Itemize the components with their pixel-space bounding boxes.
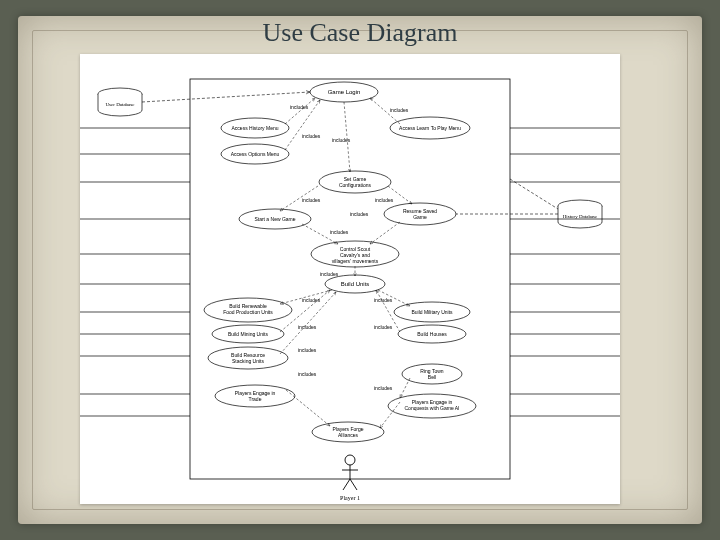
svg-line-91: [400, 378, 410, 398]
svg-line-82: [370, 222, 400, 244]
svg-text:includes: includes: [330, 229, 349, 235]
svg-text:includes: includes: [298, 371, 317, 377]
history-database-icon: History Database: [558, 200, 602, 228]
svg-text:Access Learn To Play Menu: Access Learn To Play Menu: [399, 125, 461, 131]
svg-text:Bell: Bell: [428, 374, 436, 380]
svg-text:includes: includes: [332, 137, 351, 143]
svg-text:Alliances: Alliances: [338, 432, 359, 438]
actor-label: Player 1: [340, 495, 360, 501]
svg-text:includes: includes: [350, 211, 369, 217]
svg-text:Access History Menu: Access History Menu: [232, 125, 279, 131]
svg-text:Configurations: Configurations: [339, 182, 372, 188]
svg-line-75: [285, 98, 315, 124]
svg-text:Food Production Units: Food Production Units: [223, 309, 273, 315]
svg-text:includes: includes: [298, 324, 317, 330]
svg-text:Access Options Menu: Access Options Menu: [231, 151, 280, 157]
svg-text:includes: includes: [290, 104, 309, 110]
svg-point-108: [345, 455, 355, 465]
svg-line-112: [350, 479, 357, 490]
use-case-ovals: Game Login Access History Menu Access Le…: [204, 82, 476, 442]
svg-line-6: [510, 179, 558, 209]
svg-text:Build Mining Units: Build Mining Units: [228, 331, 269, 337]
svg-text:includes: includes: [298, 347, 317, 353]
actor-icon: [342, 455, 358, 490]
svg-text:History
Database: History Database: [563, 214, 598, 219]
svg-text:Build Houses: Build Houses: [417, 331, 447, 337]
svg-text:Game: Game: [413, 214, 427, 220]
user-database-icon: User Database: [98, 88, 142, 116]
svg-text:includes: includes: [374, 297, 393, 303]
svg-text:villagers' movements: villagers' movements: [332, 258, 379, 264]
svg-text:Stacking Units: Stacking Units: [232, 358, 264, 364]
svg-text:User
Database: User Database: [105, 102, 135, 107]
svg-line-111: [343, 479, 350, 490]
svg-text:includes: includes: [302, 133, 321, 139]
svg-line-4: [142, 92, 310, 102]
svg-text:includes: includes: [320, 271, 339, 277]
svg-text:Build Military Units: Build Military Units: [411, 309, 453, 315]
svg-text:Conquests with Game AI: Conquests with Game AI: [404, 405, 459, 411]
svg-text:Trade: Trade: [249, 396, 262, 402]
svg-text:includes: includes: [375, 197, 394, 203]
svg-text:includes: includes: [302, 197, 321, 203]
svg-text:Start a New Game: Start a New Game: [254, 216, 295, 222]
svg-text:includes: includes: [374, 324, 393, 330]
svg-text:includes: includes: [374, 385, 393, 391]
slide-title: Use Case Diagram: [0, 18, 720, 48]
use-case-diagram: User Database History Database: [80, 54, 620, 504]
svg-text:includes: includes: [302, 297, 321, 303]
svg-text:Game Login: Game Login: [328, 89, 361, 95]
svg-text:Build Units: Build Units: [341, 281, 370, 287]
svg-text:includes: includes: [390, 107, 409, 113]
